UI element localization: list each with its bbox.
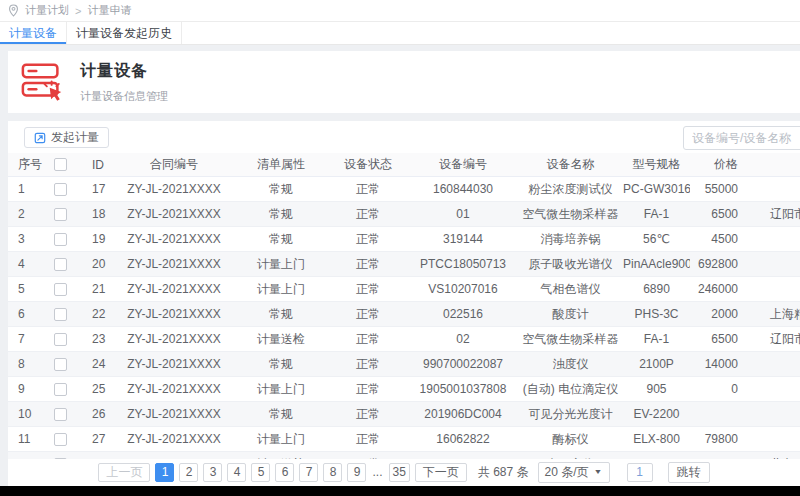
cell-device-status: 正常 — [328, 306, 408, 323]
cell-price: 6500 — [690, 207, 742, 221]
row-checkbox[interactable] — [54, 283, 67, 296]
row-checkbox[interactable] — [54, 408, 67, 421]
page-button-1[interactable]: 1 — [155, 463, 174, 482]
row-checkbox[interactable] — [54, 258, 67, 271]
cell-device-status: 正常 — [328, 206, 408, 223]
cell-id: 26 — [78, 407, 114, 421]
cell-device-no: 01 — [408, 207, 518, 221]
page-subtitle: 计量设备信息管理 — [80, 89, 168, 104]
search-input[interactable] — [683, 126, 800, 150]
row-checkbox — [42, 408, 78, 421]
select-all-checkbox[interactable] — [54, 158, 67, 171]
row-checkbox — [42, 333, 78, 346]
cell-contract-no: ZY-JL-2021XXXX — [114, 407, 234, 421]
measurement-device-icon — [20, 59, 66, 105]
cell-device-status: 正常 — [328, 231, 408, 248]
prev-page-button[interactable]: 上一页 — [98, 463, 150, 482]
cell-contract-no: ZY-JL-2021XXXX — [114, 382, 234, 396]
cell-device-status: 正常 — [328, 181, 408, 198]
cell-device-name: 消毒培养锅 — [518, 231, 623, 248]
row-checkbox[interactable] — [54, 383, 67, 396]
tab-measurement-devices[interactable]: 计量设备 — [0, 22, 67, 44]
cell-id: 18 — [78, 207, 114, 221]
next-page-button[interactable]: 下一页 — [415, 463, 467, 482]
row-checkbox[interactable] — [54, 183, 67, 196]
cell-list-attribute: 常规 — [234, 181, 328, 198]
cell-model-spec: EV-2200 — [623, 407, 690, 421]
cell-price: 79800 — [690, 432, 742, 446]
cell-device-no: 16062822 — [408, 432, 518, 446]
breadcrumb-item[interactable]: 计量计划 — [25, 3, 69, 18]
cell-device-no: PTCC18050713 — [408, 257, 518, 271]
cell-price: 6500 — [690, 332, 742, 346]
cell-list-attribute: 常规 — [234, 206, 328, 223]
cell-device-no: 160844030 — [408, 182, 518, 196]
cell-seq: 10 — [8, 407, 42, 421]
cell-model-spec: FA-1 — [623, 207, 690, 221]
cell-seq: 4 — [8, 257, 42, 271]
cell-id: 20 — [78, 257, 114, 271]
row-checkbox — [42, 258, 78, 271]
column-header-status: 设备状态 — [328, 156, 408, 173]
page-size-select[interactable]: 20 条/页 ▼ — [538, 462, 610, 483]
cell-contract-no: ZY-JL-2021XXXX — [114, 232, 234, 246]
row-checkbox[interactable] — [54, 233, 67, 246]
table-row: 1228ZY-JL-2021XXXX计量送检正常T118147电导率仪EC215… — [8, 452, 800, 459]
cell-device-status: 正常 — [328, 406, 408, 423]
cell-vendor: 辽阳市 — [742, 331, 800, 348]
cell-device-name: 空气微生物采样器 — [518, 331, 623, 348]
cell-price: 246000 — [690, 282, 742, 296]
cell-model-spec: PinAAcle900T — [623, 257, 690, 271]
page-button-2[interactable]: 2 — [179, 463, 198, 482]
cell-seq: 2 — [8, 207, 42, 221]
breadcrumb-item[interactable]: 计量申请 — [87, 3, 131, 18]
cell-list-attribute: 计量上门 — [234, 256, 328, 273]
table-row: 723ZY-JL-2021XXXX计量送检正常02空气微生物采样器FA-1650… — [8, 327, 800, 352]
cell-id: 22 — [78, 307, 114, 321]
page-numbers: 123456789...35 — [155, 463, 409, 482]
cell-contract-no: ZY-JL-2021XXXX — [114, 182, 234, 196]
row-checkbox — [42, 433, 78, 446]
cell-device-name: (自动) 电位滴定仪 — [518, 381, 623, 398]
cell-seq: 1 — [8, 182, 42, 196]
bottom-black-strip — [0, 486, 800, 496]
column-header-device_no: 设备编号 — [408, 156, 518, 173]
row-checkbox[interactable] — [54, 433, 67, 446]
cell-id: 23 — [78, 332, 114, 346]
row-checkbox[interactable] — [54, 358, 67, 371]
jump-page-input[interactable] — [627, 463, 653, 482]
cell-price: 0 — [690, 382, 742, 396]
page-button-6[interactable]: 6 — [275, 463, 294, 482]
row-checkbox[interactable] — [54, 308, 67, 321]
page-button-8[interactable]: 8 — [323, 463, 342, 482]
cell-model-spec: 56℃ — [623, 232, 690, 246]
cell-id: 25 — [78, 382, 114, 396]
initiate-measurement-button[interactable]: 发起计量 — [24, 127, 109, 148]
page-button-4[interactable]: 4 — [227, 463, 246, 482]
cell-device-no: 990700022087 — [408, 357, 518, 371]
cell-device-name: 气相色谱仪 — [518, 281, 623, 298]
cell-list-attribute: 常规 — [234, 306, 328, 323]
row-checkbox — [42, 183, 78, 196]
cell-device-name: 可见分光光度计 — [518, 406, 623, 423]
cell-model-spec: PC-GW3016A — [623, 182, 690, 196]
column-header-device_name: 设备名称 — [518, 156, 623, 173]
row-checkbox[interactable] — [54, 333, 67, 346]
page-button-3[interactable]: 3 — [203, 463, 222, 482]
page-button-7[interactable]: 7 — [299, 463, 318, 482]
cell-id: 21 — [78, 282, 114, 296]
page-button-35[interactable]: 35 — [389, 463, 410, 482]
cell-contract-no: ZY-JL-2021XXXX — [114, 307, 234, 321]
jump-button[interactable]: 跳转 — [668, 462, 710, 483]
cell-device-status: 正常 — [328, 256, 408, 273]
cell-price: 14000 — [690, 357, 742, 371]
page-button-9[interactable]: 9 — [347, 463, 366, 482]
tab-initiation-history[interactable]: 计量设备发起历史 — [67, 22, 182, 44]
breadcrumb: 计量计划 > 计量申请 — [0, 0, 800, 22]
page-button-5[interactable]: 5 — [251, 463, 270, 482]
cell-id: 27 — [78, 432, 114, 446]
row-checkbox[interactable] — [54, 208, 67, 221]
cell-device-no: 319144 — [408, 232, 518, 246]
cell-list-attribute: 计量送检 — [234, 331, 328, 348]
cell-device-name: 空气微生物采样器 — [518, 206, 623, 223]
